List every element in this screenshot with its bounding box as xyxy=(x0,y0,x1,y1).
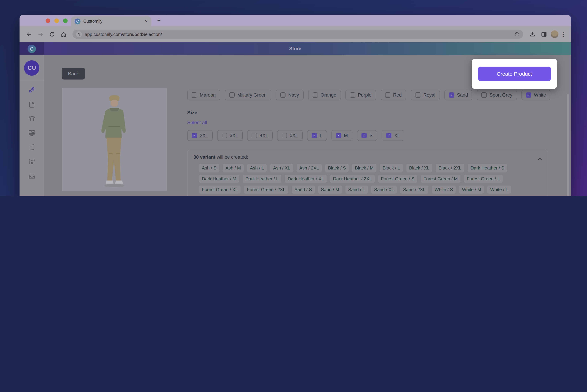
checkbox-icon[interactable]: ✓ xyxy=(312,133,317,138)
close-window-button[interactable] xyxy=(46,18,50,23)
color-option[interactable]: Navy xyxy=(276,90,304,100)
size-option[interactable]: 3XL xyxy=(217,130,243,141)
close-tab-icon[interactable]: ✕ xyxy=(145,19,148,24)
variant-chip: Ash / S xyxy=(199,164,219,172)
color-option-label: Maroon xyxy=(200,92,216,98)
color-option-label: Navy xyxy=(288,92,299,98)
checkbox-icon[interactable]: ✓ xyxy=(449,92,454,98)
tab-title: Customily xyxy=(83,19,142,24)
size-option[interactable]: ✓2XL xyxy=(187,130,213,141)
browser-menu-icon[interactable]: ⋮ xyxy=(561,32,566,37)
sidebar-item-design-monitor[interactable] xyxy=(24,126,39,141)
address-bar[interactable]: app.customily.com/store/podSelection/ xyxy=(72,30,523,39)
bookmark-star-icon[interactable] xyxy=(514,31,520,38)
color-option[interactable]: Maroon xyxy=(187,90,220,100)
checkbox-icon[interactable]: ✓ xyxy=(336,133,341,138)
new-tab-button[interactable]: + xyxy=(157,17,161,24)
checkbox-icon[interactable]: ✓ xyxy=(386,133,391,138)
color-option-label: Military Green xyxy=(237,92,267,98)
size-option[interactable]: ✓XL xyxy=(382,130,405,141)
sidebar-item-storefront[interactable] xyxy=(24,155,39,170)
url-text[interactable]: app.customily.com/store/podSelection/ xyxy=(85,32,511,37)
variant-chip: Sand / XL xyxy=(371,186,397,194)
variants-preview-card: 30 variant will be created: Ash / SAsh /… xyxy=(187,150,548,196)
checkbox-icon[interactable] xyxy=(280,92,285,98)
product-summary-panel: PRINTFUL Unisex Heavy Blend Hoodie | Gil… xyxy=(62,88,167,196)
maximize-window-button[interactable] xyxy=(63,18,68,23)
sidebar-item-file[interactable] xyxy=(24,98,39,112)
tab-favicon-icon: C xyxy=(75,18,80,24)
variant-chip: Ash / L xyxy=(247,164,267,172)
checkbox-icon[interactable] xyxy=(192,92,197,98)
color-option[interactable]: ✓White xyxy=(521,90,551,100)
sidebar-item-rocket[interactable] xyxy=(24,84,39,98)
size-option[interactable]: ✓L xyxy=(307,130,327,141)
variant-chip-list: Ash / SAsh / MAsh / LAsh / XLAsh / 2XLBl… xyxy=(193,164,542,196)
back-icon[interactable] xyxy=(24,30,33,39)
variant-chip: Sand / L xyxy=(345,186,368,194)
color-option[interactable]: ✓Sand xyxy=(444,90,473,100)
home-icon[interactable] xyxy=(59,30,68,39)
variant-chip: Dark Heather / S xyxy=(468,164,507,172)
create-product-button[interactable]: Create Product xyxy=(478,66,551,81)
checkbox-icon[interactable] xyxy=(350,92,355,98)
minimize-window-button[interactable] xyxy=(54,18,59,23)
sidebar-item-brochure[interactable] xyxy=(24,141,39,155)
page-scrollbar[interactable] xyxy=(567,94,569,196)
size-option[interactable]: 4XL xyxy=(247,130,273,141)
variant-chip: Dark Heather / M xyxy=(199,175,239,183)
variants-count-text: 30 variant will be created: xyxy=(193,154,542,160)
select-all-link[interactable]: Select all xyxy=(187,120,207,125)
size-option-label: L xyxy=(320,133,322,138)
checkbox-icon[interactable] xyxy=(229,92,235,98)
checkbox-icon[interactable] xyxy=(415,92,421,98)
checkbox-icon[interactable]: ✓ xyxy=(362,133,367,138)
size-option[interactable]: 5XL xyxy=(277,130,303,141)
reload-icon[interactable] xyxy=(47,30,56,39)
variant-chip: Black / S xyxy=(325,164,349,172)
color-option[interactable]: Royal xyxy=(411,90,440,100)
color-option[interactable]: Red xyxy=(381,90,406,100)
color-option[interactable]: Orange xyxy=(308,90,341,100)
variant-chip: Sand / M xyxy=(318,186,342,194)
variant-chip: White / L xyxy=(488,186,511,194)
side-panel-icon[interactable] xyxy=(539,30,548,39)
sidebar-item-inbox[interactable] xyxy=(24,170,39,184)
size-option[interactable]: ✓M xyxy=(331,130,352,141)
forward-icon[interactable] xyxy=(36,30,45,39)
store-avatar[interactable]: CU xyxy=(24,60,39,76)
size-option-label: S xyxy=(370,133,373,138)
checkbox-icon[interactable] xyxy=(222,133,227,138)
size-options-row: ✓2XL3XL4XL5XL✓L✓M✓S✓XL xyxy=(187,130,548,141)
color-option-label: Sand xyxy=(457,92,468,98)
collapse-variants-icon[interactable] xyxy=(538,156,542,162)
spotlight-card: Create Product xyxy=(472,58,557,89)
checkbox-icon[interactable] xyxy=(252,133,257,138)
checkbox-icon[interactable] xyxy=(482,92,487,98)
variant-chip: Black / L xyxy=(380,164,403,172)
download-icon[interactable] xyxy=(528,30,537,39)
browser-tab[interactable]: C Customily ✕ xyxy=(71,16,151,26)
color-option-label: Royal xyxy=(423,92,435,98)
checkbox-icon[interactable] xyxy=(385,92,390,98)
sidebar-item-shirt[interactable] xyxy=(24,112,39,126)
file-icon xyxy=(28,100,36,110)
site-settings-icon[interactable] xyxy=(76,31,82,37)
checkbox-icon[interactable]: ✓ xyxy=(192,133,197,138)
product-photo xyxy=(62,88,167,191)
color-option[interactable]: Military Green xyxy=(225,90,271,100)
checkbox-icon[interactable] xyxy=(313,92,318,98)
size-option-label: 5XL xyxy=(290,133,298,138)
rocket-icon xyxy=(28,86,36,96)
color-option[interactable]: Purple xyxy=(345,90,376,100)
checkbox-icon[interactable]: ✓ xyxy=(526,92,531,98)
color-option[interactable]: Sport Grey xyxy=(477,90,517,100)
size-option[interactable]: ✓S xyxy=(357,130,377,141)
variant-chip: Ash / XL xyxy=(270,164,293,172)
checkbox-icon[interactable] xyxy=(282,133,287,138)
back-button[interactable]: Back xyxy=(62,68,85,80)
customily-logo-icon: C xyxy=(27,44,36,53)
color-option-label: Purple xyxy=(358,92,371,98)
variant-chip: Black / M xyxy=(352,164,376,172)
browser-profile-avatar[interactable] xyxy=(551,30,559,38)
